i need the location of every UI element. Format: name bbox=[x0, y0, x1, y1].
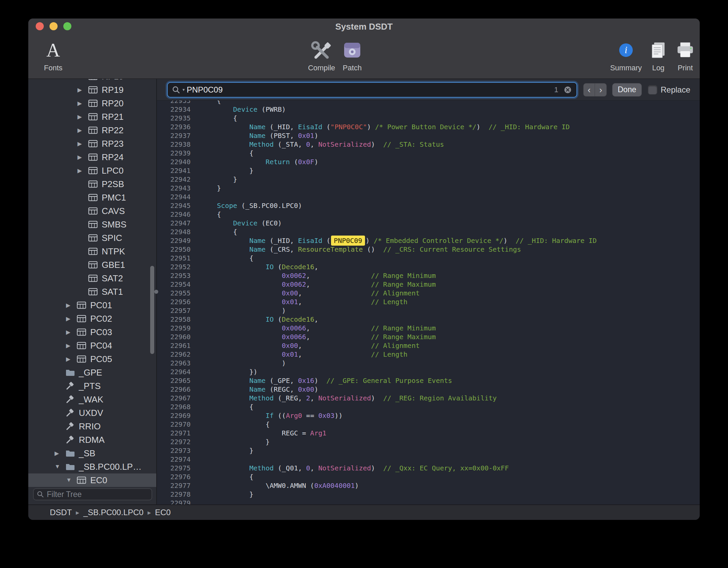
sidebar-item-label: SAT2 bbox=[101, 273, 123, 284]
sidebar-item-rp23[interactable]: ▶RP23 bbox=[28, 137, 156, 150]
sidebar-item-ec0[interactable]: ▼EC0 bbox=[28, 473, 156, 487]
disclosure-triangle-icon[interactable]: ▶ bbox=[55, 450, 65, 457]
clear-search-icon[interactable] bbox=[563, 85, 572, 95]
breadcrumb-item[interactable]: _SB.PC00.LPC0 bbox=[83, 508, 143, 517]
sidebar-item-sat2[interactable]: SAT2 bbox=[28, 272, 156, 285]
device-icon bbox=[88, 247, 101, 255]
sidebar-item-p2sb[interactable]: P2SB bbox=[28, 177, 156, 191]
sidebar-item-rp24[interactable]: ▶RP24 bbox=[28, 150, 156, 164]
device-icon bbox=[88, 86, 101, 94]
sidebar-scrollbar[interactable] bbox=[150, 266, 154, 354]
sidebar-item-pc02[interactable]: ▶PC02 bbox=[28, 312, 156, 325]
disclosure-triangle-icon[interactable]: ▶ bbox=[77, 167, 88, 174]
sidebar-item-rrio[interactable]: RRIO bbox=[28, 420, 156, 433]
sidebar-item-pc01[interactable]: ▶PC01 bbox=[28, 298, 156, 312]
sidebar-item-sb-pc00-lp[interactable]: ▼_SB.PC00.LP… bbox=[28, 460, 156, 473]
replace-checkbox[interactable] bbox=[648, 85, 657, 95]
code-token: NotSerialized bbox=[318, 464, 371, 472]
code-token: 0x01 bbox=[282, 350, 298, 358]
code-token: , bbox=[298, 342, 371, 350]
sidebar-item-label: LPC0 bbox=[101, 166, 124, 176]
sidebar-item-sb[interactable]: ▶_SB bbox=[28, 447, 156, 460]
code-token: // _REG: Region Availability bbox=[383, 394, 497, 402]
line-number: 22973 bbox=[157, 446, 191, 455]
code-line: 22942 } bbox=[157, 175, 700, 184]
code-line: 22950 Name (_CRS, ResourceTemplate () //… bbox=[157, 245, 700, 254]
disclosure-triangle-icon[interactable]: ▶ bbox=[66, 342, 77, 349]
sidebar-item-pc03[interactable]: ▶PC03 bbox=[28, 325, 156, 339]
disclosure-triangle-icon[interactable]: ▶ bbox=[66, 315, 77, 322]
code-token bbox=[201, 245, 250, 253]
code-token: ) bbox=[367, 123, 375, 131]
sidebar-item-pmc1[interactable]: PMC1 bbox=[28, 191, 156, 204]
disclosure-triangle-icon[interactable]: ▼ bbox=[55, 463, 65, 470]
code-token: 0x0F bbox=[298, 158, 314, 166]
search-field[interactable]: ▾ PNP0C09 1 bbox=[167, 82, 577, 98]
match-count: 1 bbox=[554, 85, 558, 94]
sidebar-item-rdma[interactable]: RDMA bbox=[28, 433, 156, 447]
sidebar-item-gpe[interactable]: _GPE bbox=[28, 366, 156, 379]
search-menu-chevron-icon[interactable]: ▾ bbox=[183, 87, 185, 92]
sidebar-item-pc05[interactable]: ▶PC05 bbox=[28, 352, 156, 366]
code-line: 22941 } bbox=[157, 166, 700, 175]
sidebar-item-rp20[interactable]: ▶RP20 bbox=[28, 97, 156, 110]
breadcrumb-item[interactable]: EC0 bbox=[155, 508, 171, 517]
filter-area: Filter Tree bbox=[28, 487, 156, 504]
done-button[interactable]: Done bbox=[612, 83, 642, 97]
device-icon bbox=[77, 476, 90, 484]
sidebar-item-label: RP21 bbox=[101, 112, 124, 122]
sidebar-item-cavs[interactable]: CAVS bbox=[28, 204, 156, 218]
code-line: 22937 Name (PBST, 0x01) bbox=[157, 131, 700, 140]
toolbar-button-patch[interactable]: Patch bbox=[334, 37, 371, 72]
line-number: 22945 bbox=[157, 201, 191, 210]
disclosure-triangle-icon[interactable]: ▶ bbox=[66, 302, 77, 309]
toolbar-button-summary[interactable]: iSummary bbox=[607, 37, 644, 72]
disclosure-triangle-icon[interactable]: ▶ bbox=[77, 140, 88, 147]
sidebar-item-uxdv[interactable]: UXDV bbox=[28, 406, 156, 420]
code-token: // Length bbox=[371, 298, 407, 306]
find-next-button[interactable]: › bbox=[595, 83, 606, 96]
line-number: 22974 bbox=[157, 455, 191, 464]
filter-tree-input[interactable]: Filter Tree bbox=[33, 488, 152, 500]
sidebar-item-sat1[interactable]: SAT1 bbox=[28, 285, 156, 298]
sidebar-item-smbs[interactable]: SMBS bbox=[28, 218, 156, 231]
sidebar-item-pts[interactable]: _PTS bbox=[28, 379, 156, 393]
line-number: 22936 bbox=[157, 122, 191, 131]
sidebar-item-wak[interactable]: _WAK bbox=[28, 393, 156, 406]
splitter-handle[interactable] bbox=[154, 290, 158, 294]
device-icon bbox=[88, 167, 101, 175]
sidebar-item-rp18[interactable]: ▶RP18 bbox=[28, 79, 156, 83]
sidebar-item-pc04[interactable]: ▶PC04 bbox=[28, 339, 156, 352]
toolbar-button-print[interactable]: Print bbox=[667, 37, 700, 72]
code-line: 22964 }) bbox=[157, 367, 700, 376]
sidebar-item-lpc0[interactable]: ▶LPC0 bbox=[28, 164, 156, 177]
disclosure-triangle-icon[interactable]: ▶ bbox=[77, 86, 88, 94]
device-icon bbox=[77, 301, 90, 309]
code-editor[interactable]: 22933 {22934 Device (PWRB)22935 {22936 N… bbox=[157, 101, 700, 504]
disclosure-triangle-icon[interactable]: ▶ bbox=[66, 329, 77, 336]
disclosure-triangle-icon[interactable]: ▶ bbox=[66, 356, 77, 363]
disclosure-triangle-icon[interactable]: ▼ bbox=[66, 477, 77, 484]
search-icon bbox=[172, 85, 180, 94]
code-token: If bbox=[266, 412, 274, 420]
sidebar-item-gbe1[interactable]: GBE1 bbox=[28, 258, 156, 272]
find-previous-button[interactable]: ‹ bbox=[584, 83, 595, 96]
disclosure-triangle-icon[interactable]: ▶ bbox=[77, 79, 88, 80]
line-number: 22963 bbox=[157, 359, 191, 367]
disclosure-triangle-icon[interactable]: ▶ bbox=[77, 100, 88, 107]
sidebar-item-ntpk[interactable]: NTPK bbox=[28, 245, 156, 258]
line-number: 22976 bbox=[157, 472, 191, 481]
disclosure-triangle-icon[interactable]: ▶ bbox=[77, 154, 88, 161]
code-token: { bbox=[201, 149, 254, 157]
sidebar-item-spic[interactable]: SPIC bbox=[28, 231, 156, 245]
breadcrumb-item[interactable]: DSDT bbox=[50, 508, 72, 517]
toolbar-button-fonts[interactable]: AFonts bbox=[35, 37, 72, 72]
disclosure-triangle-icon[interactable]: ▶ bbox=[77, 113, 88, 120]
sidebar-item-rp22[interactable]: ▶RP22 bbox=[28, 123, 156, 137]
sidebar-item-rp19[interactable]: ▶RP19 bbox=[28, 83, 156, 97]
code-token bbox=[201, 272, 282, 280]
method-icon bbox=[65, 435, 78, 444]
disclosure-triangle-icon[interactable]: ▶ bbox=[77, 127, 88, 134]
sidebar-item-rp21[interactable]: ▶RP21 bbox=[28, 110, 156, 123]
code-line: 22945 Scope (_SB.PC00.LPC0) bbox=[157, 201, 700, 210]
